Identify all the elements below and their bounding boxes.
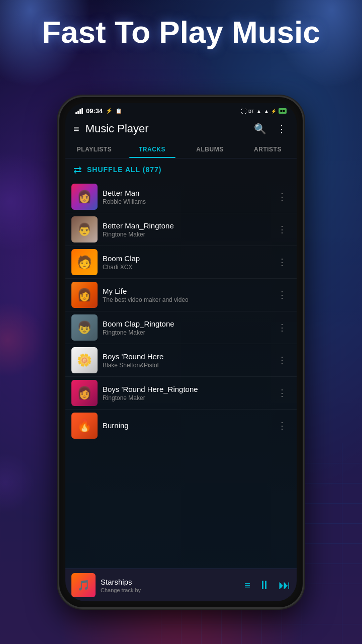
now-playing-thumbnail: 🎵 xyxy=(71,573,96,597)
tab-albums[interactable]: ALBUMS xyxy=(181,141,239,158)
tab-artists[interactable]: ARTISTS xyxy=(239,141,297,158)
track-artist: Ringtone Maker xyxy=(103,394,268,401)
phone-container: 09:34 ⚡ 📋 ⛶ BT ▲ ▲ ⚡ ■■ ≡ Music Player 🔍 xyxy=(58,96,304,609)
track-item[interactable]: 🌼 Boys 'Round Here Blake Shelton&Pistol … xyxy=(65,344,297,377)
shuffle-icon: ⇄ xyxy=(73,164,82,176)
track-more-button[interactable]: ⋮ xyxy=(274,222,291,237)
track-title: Boys 'Round Here_Ringtone xyxy=(103,385,268,393)
track-more-button[interactable]: ⋮ xyxy=(274,418,291,433)
track-artist: Blake Shelton&Pistol xyxy=(103,362,268,369)
track-thumbnail: 👩 xyxy=(71,282,98,308)
volume-down-button xyxy=(58,168,59,183)
track-info: Boys 'Round Here_Ringtone Ringtone Maker xyxy=(103,385,268,401)
status-bar: 09:34 ⚡ 📋 ⛶ BT ▲ ▲ ⚡ ■■ xyxy=(65,103,297,117)
status-icons: ⛶ BT ▲ ▲ ⚡ ■■ xyxy=(241,108,287,114)
track-artist: Robbie Williams xyxy=(103,198,268,205)
charging-icon: ⚡ xyxy=(271,109,277,114)
track-artist: Charli XCX xyxy=(103,264,268,271)
track-info: My Life The best video maker and video xyxy=(103,287,268,303)
track-more-button[interactable]: ⋮ xyxy=(274,353,291,368)
queue-button[interactable]: ≡ xyxy=(244,580,250,591)
track-title: Better Man_Ringtone xyxy=(103,221,268,230)
track-title: Better Man xyxy=(103,189,268,197)
menu-icon[interactable]: ≡ xyxy=(73,123,79,135)
phone-screen: 09:34 ⚡ 📋 ⛶ BT ▲ ▲ ⚡ ■■ ≡ Music Player 🔍 xyxy=(65,103,297,601)
volume-up-button xyxy=(58,147,59,163)
search-button[interactable]: 🔍 xyxy=(252,121,268,137)
track-more-button[interactable]: ⋮ xyxy=(274,255,291,270)
track-title: My Life xyxy=(103,287,268,295)
next-button[interactable]: ⏭ xyxy=(279,578,291,592)
track-thumbnail: 🔥 xyxy=(71,413,98,439)
notification-icon: 📋 xyxy=(116,108,122,114)
track-more-button[interactable]: ⋮ xyxy=(274,189,291,204)
track-artist: Ringtone Maker xyxy=(103,329,268,336)
usb-icon: ⚡ xyxy=(106,108,113,114)
track-thumbnail: 👩 xyxy=(71,380,98,406)
status-time: 09:34 xyxy=(86,107,103,115)
track-artist: The best video maker and video xyxy=(103,296,268,303)
track-item[interactable]: 👩 Boys 'Round Here_Ringtone Ringtone Mak… xyxy=(65,377,297,410)
track-info: Boys 'Round Here Blake Shelton&Pistol xyxy=(103,352,268,369)
track-thumbnail: 👦 xyxy=(71,314,98,341)
signal-icon-right: ▲ xyxy=(263,108,269,114)
app-title: Music Player xyxy=(85,122,246,135)
track-item[interactable]: 🧑 Boom Clap Charli XCX ⋮ xyxy=(65,246,297,279)
app-bar: ≡ Music Player 🔍 ⋮ xyxy=(65,117,297,141)
track-title: Burning xyxy=(103,421,268,430)
track-thumbnail: 👩 xyxy=(71,184,98,210)
track-more-button[interactable]: ⋮ xyxy=(274,320,291,335)
track-info: Better Man Robbie Williams xyxy=(103,189,268,205)
phone-frame: 09:34 ⚡ 📋 ⛶ BT ▲ ▲ ⚡ ■■ ≡ Music Player 🔍 xyxy=(58,96,304,609)
now-playing-subtitle: Change track by xyxy=(101,587,239,593)
now-playing-info: Starships Change track by xyxy=(101,578,239,593)
wifi-icon: ▲ xyxy=(256,108,262,114)
bluetooth-icon-2: BT xyxy=(248,109,254,114)
more-options-button[interactable]: ⋮ xyxy=(275,121,289,137)
track-info: Better Man_Ringtone Ringtone Maker xyxy=(103,221,268,238)
track-thumbnail: 👨 xyxy=(71,216,98,243)
track-title: Boom Clap_Ringtone xyxy=(103,319,268,328)
signal-icon xyxy=(75,108,83,114)
pause-button[interactable]: ⏸ xyxy=(258,578,270,592)
power-button xyxy=(303,157,304,178)
track-more-button[interactable]: ⋮ xyxy=(274,287,291,302)
track-title: Boom Clap xyxy=(103,254,268,263)
track-artist: Ringtone Maker xyxy=(103,231,268,238)
shuffle-bar[interactable]: ⇄ SHUFFLE ALL (877) xyxy=(65,158,297,181)
track-title: Boys 'Round Here xyxy=(103,352,268,361)
player-controls: ≡ ⏸ ⏭ xyxy=(244,578,291,592)
tab-tracks[interactable]: TRACKS xyxy=(123,141,181,158)
track-item[interactable]: 👩 My Life The best video maker and video… xyxy=(65,279,297,311)
track-info: Boom Clap_Ringtone Ringtone Maker xyxy=(103,319,268,336)
bluetooth-icon: ⛶ xyxy=(241,108,246,114)
track-thumbnail: 🌼 xyxy=(71,347,98,373)
track-item[interactable]: 👨 Better Man_Ringtone Ringtone Maker ⋮ xyxy=(65,213,297,246)
track-item[interactable]: 👩 Better Man Robbie Williams ⋮ xyxy=(65,181,297,213)
track-item[interactable]: 🔥 Burning ⋮ xyxy=(65,410,297,442)
track-more-button[interactable]: ⋮ xyxy=(274,385,291,400)
track-list: 👩 Better Man Robbie Williams ⋮ 👨 Better … xyxy=(65,181,297,569)
tabs-container: PLAYLISTS TRACKS ALBUMS ARTISTS xyxy=(65,141,297,158)
battery-icon: ■■ xyxy=(279,108,287,114)
shuffle-label: SHUFFLE ALL (877) xyxy=(87,166,161,174)
headline: Fast To Play Music xyxy=(0,15,362,49)
now-playing-title: Starships xyxy=(101,578,239,586)
track-info: Burning xyxy=(103,421,268,431)
now-playing-bar[interactable]: 🎵 Starships Change track by ≡ ⏸ ⏭ xyxy=(65,569,297,601)
tab-playlists[interactable]: PLAYLISTS xyxy=(65,141,123,158)
track-thumbnail: 🧑 xyxy=(71,249,98,275)
track-info: Boom Clap Charli XCX xyxy=(103,254,268,271)
track-item[interactable]: 👦 Boom Clap_Ringtone Ringtone Maker ⋮ xyxy=(65,311,297,344)
